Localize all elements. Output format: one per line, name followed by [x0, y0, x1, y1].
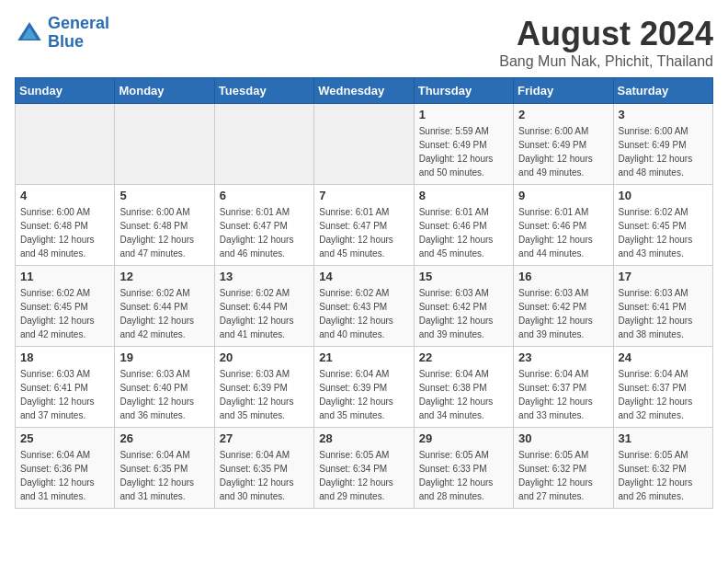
calendar-cell-w3-d1: 12Sunrise: 6:02 AM Sunset: 6:44 PM Dayli… [115, 266, 214, 347]
day-number: 10 [619, 189, 708, 202]
day-number: 27 [220, 431, 309, 445]
day-info: Sunrise: 6:05 AM Sunset: 6:34 PM Dayligh… [319, 448, 408, 503]
calendar-cell-w3-d6: 17Sunrise: 6:03 AM Sunset: 6:41 PM Dayli… [613, 266, 712, 347]
calendar-cell-w4-d1: 19Sunrise: 6:03 AM Sunset: 6:40 PM Dayli… [115, 347, 214, 428]
day-number: 19 [119, 350, 209, 364]
title-block: August 2024 Bang Mun Nak, Phichit, Thail… [499, 15, 713, 70]
header-monday: Monday [115, 78, 214, 104]
day-info: Sunrise: 6:01 AM Sunset: 6:46 PM Dayligh… [518, 205, 608, 260]
calendar-cell-w3-d2: 13Sunrise: 6:02 AM Sunset: 6:44 PM Dayli… [214, 266, 313, 347]
calendar-cell-w4-d0: 18Sunrise: 6:03 AM Sunset: 6:41 PM Dayli… [16, 347, 115, 428]
day-info: Sunrise: 6:04 AM Sunset: 6:36 PM Dayligh… [20, 448, 109, 503]
day-info: Sunrise: 6:04 AM Sunset: 6:35 PM Dayligh… [119, 448, 209, 503]
day-number: 6 [220, 189, 309, 202]
calendar-cell-w5-d0: 25Sunrise: 6:04 AM Sunset: 6:36 PM Dayli… [16, 428, 115, 509]
day-number: 16 [518, 270, 608, 283]
day-info: Sunrise: 6:03 AM Sunset: 6:41 PM Dayligh… [619, 286, 708, 341]
day-info: Sunrise: 6:01 AM Sunset: 6:47 PM Dayligh… [319, 205, 408, 260]
day-number: 1 [419, 108, 508, 121]
header-thursday: Thursday [414, 78, 513, 104]
calendar-title: August 2024 [499, 15, 713, 53]
day-number: 30 [518, 431, 608, 445]
day-number: 13 [220, 270, 309, 283]
day-info: Sunrise: 6:03 AM Sunset: 6:40 PM Dayligh… [119, 367, 209, 422]
day-info: Sunrise: 6:01 AM Sunset: 6:47 PM Dayligh… [220, 205, 309, 260]
calendar-cell-w2-d5: 9Sunrise: 6:01 AM Sunset: 6:46 PM Daylig… [514, 185, 613, 266]
day-number: 5 [119, 189, 209, 202]
calendar-cell-w2-d0: 4Sunrise: 6:00 AM Sunset: 6:48 PM Daylig… [16, 185, 115, 266]
calendar-cell-w1-d1 [115, 104, 214, 185]
day-info: Sunrise: 6:05 AM Sunset: 6:33 PM Dayligh… [419, 448, 508, 503]
day-number: 22 [419, 350, 508, 364]
header-sunday: Sunday [16, 78, 115, 104]
day-number: 2 [518, 108, 608, 121]
calendar-cell-w3-d4: 15Sunrise: 6:03 AM Sunset: 6:42 PM Dayli… [414, 266, 513, 347]
day-info: Sunrise: 6:00 AM Sunset: 6:49 PM Dayligh… [619, 124, 708, 179]
calendar-cell-w4-d6: 24Sunrise: 6:04 AM Sunset: 6:37 PM Dayli… [613, 347, 712, 428]
calendar-cell-w4-d3: 21Sunrise: 6:04 AM Sunset: 6:39 PM Dayli… [314, 347, 414, 428]
day-info: Sunrise: 6:05 AM Sunset: 6:32 PM Dayligh… [518, 448, 608, 503]
day-number: 8 [419, 189, 508, 202]
day-info: Sunrise: 6:02 AM Sunset: 6:45 PM Dayligh… [20, 286, 109, 341]
day-number: 26 [119, 431, 209, 445]
day-number: 4 [20, 189, 109, 202]
day-number: 23 [518, 350, 608, 364]
day-info: Sunrise: 6:00 AM Sunset: 6:48 PM Dayligh… [20, 205, 109, 260]
calendar-cell-w3-d0: 11Sunrise: 6:02 AM Sunset: 6:45 PM Dayli… [16, 266, 115, 347]
day-number: 3 [619, 108, 708, 121]
day-info: Sunrise: 6:03 AM Sunset: 6:42 PM Dayligh… [518, 286, 608, 341]
calendar-cell-w2-d4: 8Sunrise: 6:01 AM Sunset: 6:46 PM Daylig… [414, 185, 513, 266]
day-info: Sunrise: 6:04 AM Sunset: 6:38 PM Dayligh… [419, 367, 508, 422]
logo: General Blue [15, 15, 109, 52]
day-info: Sunrise: 6:04 AM Sunset: 6:35 PM Dayligh… [220, 448, 309, 503]
calendar-week-1: 1Sunrise: 5:59 AM Sunset: 6:49 PM Daylig… [16, 104, 713, 185]
day-info: Sunrise: 5:59 AM Sunset: 6:49 PM Dayligh… [419, 124, 508, 179]
day-number: 31 [619, 431, 708, 445]
calendar-cell-w4-d5: 23Sunrise: 6:04 AM Sunset: 6:37 PM Dayli… [514, 347, 613, 428]
calendar-week-5: 25Sunrise: 6:04 AM Sunset: 6:36 PM Dayli… [16, 428, 713, 509]
calendar-cell-w2-d1: 5Sunrise: 6:00 AM Sunset: 6:48 PM Daylig… [115, 185, 214, 266]
day-info: Sunrise: 6:05 AM Sunset: 6:32 PM Dayligh… [619, 448, 708, 503]
logo-line1: General [48, 14, 109, 32]
day-number: 24 [619, 350, 708, 364]
calendar-header-row: Sunday Monday Tuesday Wednesday Thursday… [16, 78, 713, 104]
day-number: 7 [319, 189, 408, 202]
calendar-cell-w4-d4: 22Sunrise: 6:04 AM Sunset: 6:38 PM Dayli… [414, 347, 513, 428]
calendar-cell-w2-d2: 6Sunrise: 6:01 AM Sunset: 6:47 PM Daylig… [214, 185, 313, 266]
calendar-cell-w5-d4: 29Sunrise: 6:05 AM Sunset: 6:33 PM Dayli… [414, 428, 513, 509]
calendar-cell-w1-d5: 2Sunrise: 6:00 AM Sunset: 6:49 PM Daylig… [514, 104, 613, 185]
calendar-cell-w1-d3 [314, 104, 414, 185]
day-number: 20 [220, 350, 309, 364]
calendar-cell-w5-d2: 27Sunrise: 6:04 AM Sunset: 6:35 PM Dayli… [214, 428, 313, 509]
calendar-cell-w3-d5: 16Sunrise: 6:03 AM Sunset: 6:42 PM Dayli… [514, 266, 613, 347]
day-info: Sunrise: 6:02 AM Sunset: 6:44 PM Dayligh… [119, 286, 209, 341]
calendar-cell-w5-d3: 28Sunrise: 6:05 AM Sunset: 6:34 PM Dayli… [314, 428, 414, 509]
day-info: Sunrise: 6:03 AM Sunset: 6:41 PM Dayligh… [20, 367, 109, 422]
day-number: 9 [518, 189, 608, 202]
logo-icon [15, 18, 44, 48]
calendar-cell-w1-d2 [214, 104, 313, 185]
day-info: Sunrise: 6:02 AM Sunset: 6:45 PM Dayligh… [619, 205, 708, 260]
day-info: Sunrise: 6:01 AM Sunset: 6:46 PM Dayligh… [419, 205, 508, 260]
day-info: Sunrise: 6:04 AM Sunset: 6:39 PM Dayligh… [319, 367, 408, 422]
calendar-subtitle: Bang Mun Nak, Phichit, Thailand [499, 53, 713, 70]
logo-line2: Blue [48, 32, 84, 51]
calendar-cell-w1-d4: 1Sunrise: 5:59 AM Sunset: 6:49 PM Daylig… [414, 104, 513, 185]
header-wednesday: Wednesday [314, 78, 414, 104]
day-info: Sunrise: 6:00 AM Sunset: 6:49 PM Dayligh… [518, 124, 608, 179]
day-number: 14 [319, 270, 408, 283]
page-header: General Blue August 2024 Bang Mun Nak, P… [15, 15, 713, 70]
calendar-week-4: 18Sunrise: 6:03 AM Sunset: 6:41 PM Dayli… [16, 347, 713, 428]
day-number: 15 [419, 270, 508, 283]
calendar-table: Sunday Monday Tuesday Wednesday Thursday… [15, 77, 713, 509]
calendar-cell-w4-d2: 20Sunrise: 6:03 AM Sunset: 6:39 PM Dayli… [214, 347, 313, 428]
calendar-cell-w5-d6: 31Sunrise: 6:05 AM Sunset: 6:32 PM Dayli… [613, 428, 712, 509]
day-info: Sunrise: 6:02 AM Sunset: 6:44 PM Dayligh… [220, 286, 309, 341]
day-number: 28 [319, 431, 408, 445]
day-number: 12 [119, 270, 209, 283]
header-saturday: Saturday [613, 78, 712, 104]
day-info: Sunrise: 6:03 AM Sunset: 6:39 PM Dayligh… [220, 367, 309, 422]
day-number: 25 [20, 431, 109, 445]
day-info: Sunrise: 6:00 AM Sunset: 6:48 PM Dayligh… [119, 205, 209, 260]
calendar-week-2: 4Sunrise: 6:00 AM Sunset: 6:48 PM Daylig… [16, 185, 713, 266]
